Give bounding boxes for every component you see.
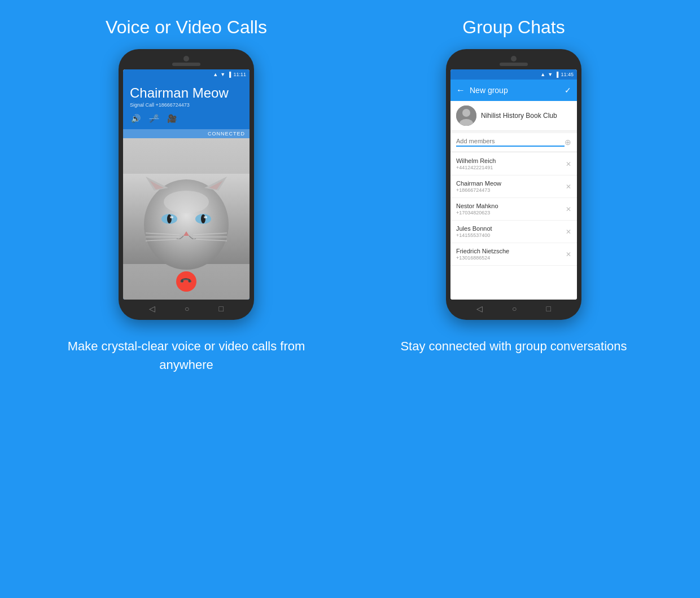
svg-point-11: [204, 216, 207, 218]
right-status-bar: ▲ ▼ ▐ 11:45: [450, 69, 577, 80]
call-contact-name: Chairman Meow: [130, 85, 243, 101]
left-phone: ▲ ▼ ▐ 11:11 Chairman Meow Signal Call +1…: [119, 49, 254, 320]
left-bottom-text: Make crystal-clear voice or video calls …: [55, 337, 317, 374]
right-phone-screen: ▲ ▼ ▐ 11:45 ← New group ✓: [450, 69, 577, 300]
member-name-3: Jules Bonnot: [456, 225, 492, 232]
svg-point-19: [164, 191, 209, 213]
member-phone-4: +13016886524: [456, 255, 509, 261]
phone-camera-left: [183, 56, 189, 61]
svg-point-21: [462, 109, 470, 117]
member-info-1: Chairman Meow +18666724473: [456, 180, 501, 193]
left-time: 11:11: [233, 72, 246, 77]
recents-nav-icon-right[interactable]: □: [546, 304, 550, 313]
member-name-0: Wilhelm Reich: [456, 157, 496, 164]
add-members-input[interactable]: [456, 138, 565, 147]
svg-point-10: [170, 216, 173, 218]
remove-member-1[interactable]: ✕: [566, 183, 571, 191]
member-name-1: Chairman Meow: [456, 180, 501, 187]
group-toolbar: ← New group ✓: [450, 80, 577, 101]
call-subtitle: Signal Call +18666724473: [130, 102, 243, 108]
member-phone-1: +18666724473: [456, 187, 501, 193]
signal-icon-right: ▲: [540, 72, 545, 77]
end-call-button[interactable]: 📞: [176, 271, 196, 292]
top-titles-row: Voice or Video Calls ▲ ▼ ▐ 11:11: [23, 17, 677, 320]
list-item: Jules Bonnot +14155537400 ✕: [450, 221, 577, 243]
left-status-bar: ▲ ▼ ▐ 11:11: [123, 69, 250, 80]
right-bottom-text: Stay connected with group conversations: [383, 337, 645, 374]
left-section-title: Voice or Video Calls: [106, 17, 267, 38]
remove-member-3[interactable]: ✕: [566, 228, 571, 236]
avatar-image: [456, 105, 476, 126]
phone-speaker-left: [172, 63, 200, 66]
member-info-2: Nestor Mahkno +17034820623: [456, 203, 498, 216]
call-header: Chairman Meow Signal Call +18666724473 🔊…: [123, 80, 250, 129]
phone-bottom-left: ◁ ○ □: [123, 304, 250, 313]
back-nav-icon-right[interactable]: ◁: [476, 304, 483, 313]
signal-icon-left: ▲: [213, 72, 218, 77]
recents-nav-icon-left[interactable]: □: [218, 304, 223, 313]
svg-point-8: [167, 214, 172, 223]
member-info-3: Jules Bonnot +14155537400: [456, 225, 492, 238]
phone-top-right: [450, 56, 577, 66]
battery-icon-right: ▐: [555, 72, 558, 77]
right-phone-section: Group Chats ▲ ▼ ▐ 11:45: [357, 17, 671, 320]
left-phone-section: Voice or Video Calls ▲ ▼ ▐ 11:11: [29, 17, 344, 320]
member-phone-3: +14155537400: [456, 232, 492, 238]
group-avatar: [456, 105, 476, 126]
wifi-icon-left: ▼: [220, 72, 225, 77]
back-nav-icon-left[interactable]: ◁: [149, 304, 155, 313]
member-list: Wilhelm Reich +441242221491 ✕ Chairman M…: [450, 153, 577, 300]
speaker-icon[interactable]: 🔊: [130, 112, 142, 125]
svg-point-9: [201, 214, 205, 223]
group-chat-screen: ← New group ✓: [450, 80, 577, 300]
remove-member-2[interactable]: ✕: [566, 205, 571, 213]
end-call-icon: 📞: [180, 275, 193, 288]
mute-icon[interactable]: 🎤: [148, 112, 160, 125]
right-time: 11:45: [561, 72, 574, 77]
phone-speaker-right: [500, 63, 528, 66]
toolbar-title: New group: [470, 86, 560, 95]
remove-member-4[interactable]: ✕: [566, 250, 571, 258]
connected-bar: CONNECTED: [123, 129, 250, 138]
phone-top-left: [123, 56, 250, 66]
member-info-4: Friedrich Nietzsche +13016886524: [456, 248, 509, 261]
member-name-4: Friedrich Nietzsche: [456, 248, 509, 254]
right-section-title: Group Chats: [462, 17, 565, 38]
wifi-icon-right: ▼: [548, 72, 553, 77]
bottom-texts-row: Make crystal-clear voice or video calls …: [23, 337, 677, 374]
list-item: Chairman Meow +18666724473 ✕: [450, 175, 577, 198]
video-icon[interactable]: 🎥: [166, 112, 178, 125]
add-members-plus-icon[interactable]: ⊕: [565, 138, 571, 147]
toolbar-check-button[interactable]: ✓: [565, 86, 571, 95]
home-nav-icon-left[interactable]: ○: [185, 304, 189, 313]
remove-member-0[interactable]: ✕: [566, 160, 571, 168]
member-name-2: Nestor Mahkno: [456, 203, 498, 209]
group-name-row: [450, 101, 577, 131]
list-item: Wilhelm Reich +441242221491 ✕: [450, 153, 577, 175]
battery-icon-left: ▐: [228, 72, 231, 77]
phone-bottom-right: ◁ ○ □: [450, 304, 577, 313]
phone-camera-right: [511, 56, 517, 61]
left-phone-screen: ▲ ▼ ▐ 11:11 Chairman Meow Signal Call +1…: [123, 69, 250, 300]
member-phone-0: +441242221491: [456, 165, 496, 170]
right-phone: ▲ ▼ ▐ 11:45 ← New group ✓: [446, 49, 581, 320]
cat-image: 📞: [123, 138, 250, 300]
list-item: Friedrich Nietzsche +13016886524 ✕: [450, 243, 577, 266]
member-info-0: Wilhelm Reich +441242221491: [456, 157, 496, 170]
page-container: Voice or Video Calls ▲ ▼ ▐ 11:11: [0, 0, 700, 598]
toolbar-back-button[interactable]: ←: [456, 85, 465, 95]
call-screen: Chairman Meow Signal Call +18666724473 🔊…: [123, 80, 250, 300]
list-item: Nestor Mahkno +17034820623 ✕: [450, 198, 577, 221]
member-phone-2: +17034820623: [456, 210, 498, 216]
add-members-row: ⊕: [450, 133, 577, 152]
home-nav-icon-right[interactable]: ○: [512, 304, 517, 313]
connected-label: CONNECTED: [208, 131, 245, 137]
group-name-input[interactable]: [481, 112, 571, 120]
call-controls: 🔊 🎤 🎥: [130, 112, 243, 125]
